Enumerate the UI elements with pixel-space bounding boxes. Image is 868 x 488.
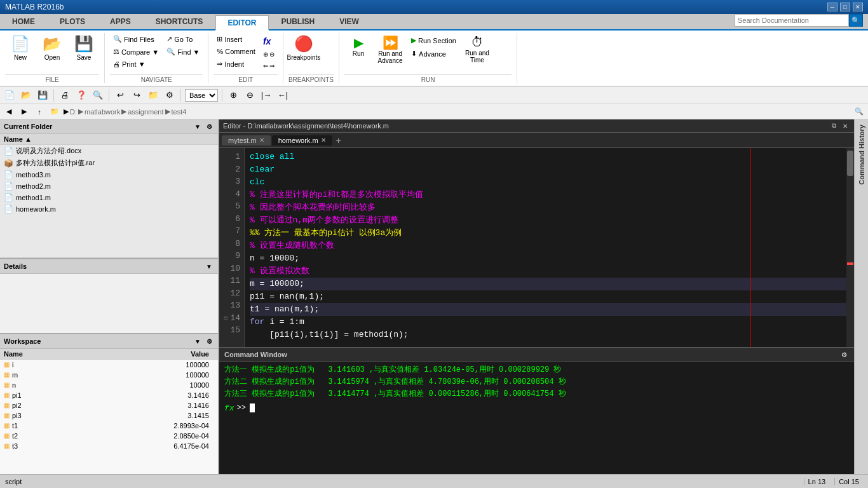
compare-button[interactable]: ⚖ Compare ▼ bbox=[110, 46, 162, 58]
toolbar-more-btn3[interactable]: |→ bbox=[259, 88, 273, 102]
run-and-time-button[interactable]: ⏱ Run andTime bbox=[463, 33, 491, 72]
ws-item-t1[interactable]: ▦ t1 2.8993e-04 bbox=[0, 421, 218, 431]
base-dropdown[interactable]: Base bbox=[185, 89, 218, 102]
find-dropdown-icon[interactable]: ▼ bbox=[193, 48, 200, 56]
ws-item-i[interactable]: ▦ i 100000 bbox=[0, 360, 218, 370]
advance-button[interactable]: ⬇ Advance bbox=[408, 48, 459, 60]
ws-item-n[interactable]: ▦ n 10000 bbox=[0, 380, 218, 390]
goto-button[interactable]: ↗ Go To bbox=[163, 33, 203, 45]
new-button[interactable]: 📄 New bbox=[5, 33, 36, 72]
close-btn[interactable]: ✕ bbox=[853, 3, 863, 11]
folder-item-method1[interactable]: 📄 method1.m bbox=[0, 192, 218, 203]
ws-item-t3[interactable]: ▦ t3 6.4175e-04 bbox=[0, 441, 218, 451]
tab-homework-close[interactable]: ✕ bbox=[321, 137, 326, 144]
run-and-advance-button[interactable]: ⏩ Run andAdvance bbox=[376, 33, 404, 72]
nav-path-separator: ▶ bbox=[64, 107, 69, 116]
toolbar-open-btn[interactable]: 📂 bbox=[19, 88, 33, 102]
maximize-btn[interactable]: □ bbox=[840, 3, 850, 11]
command-settings-btn[interactable]: ⚙ bbox=[839, 349, 849, 360]
nav-back-btn[interactable]: ◀ bbox=[3, 105, 15, 118]
tab-plots[interactable]: PLOTS bbox=[48, 14, 97, 29]
search-input[interactable] bbox=[735, 14, 849, 27]
editor-vscroll-thumb[interactable] bbox=[847, 151, 853, 176]
toolbar-new-btn[interactable]: 📄 bbox=[3, 88, 17, 102]
toolbar-print-btn[interactable]: 🖨 bbox=[58, 88, 72, 102]
ws-item-pi1[interactable]: ▦ pi1 3.1416 bbox=[0, 390, 218, 400]
toolbar-save-btn[interactable]: 💾 bbox=[36, 88, 50, 102]
print-dropdown-icon[interactable]: ▼ bbox=[139, 60, 146, 68]
print-button[interactable]: 🖨 Print ▼ bbox=[110, 58, 162, 70]
tab-mytest-close[interactable]: ✕ bbox=[259, 137, 264, 144]
rar-icon: 📦 bbox=[4, 159, 13, 168]
command-cursor[interactable] bbox=[250, 403, 255, 412]
nav-assignment[interactable]: assignment bbox=[128, 108, 163, 116]
tab-publish[interactable]: PUBLISH bbox=[269, 14, 327, 29]
tab-add-btn[interactable]: + bbox=[334, 135, 344, 146]
window-controls[interactable]: ─ □ ✕ bbox=[827, 3, 863, 11]
folder-panel-min-btn[interactable]: ▼ bbox=[193, 121, 203, 132]
toolbar-sep1 bbox=[53, 89, 54, 102]
tab-shortcuts[interactable]: SHORTCUTS bbox=[144, 14, 215, 29]
folder-item-method3[interactable]: 📄 method3.m bbox=[0, 169, 218, 180]
nav-up-btn[interactable]: ↑ bbox=[33, 105, 46, 118]
tab-apps[interactable]: APPS bbox=[98, 14, 143, 29]
open-button[interactable]: 📂 Open bbox=[37, 33, 67, 72]
tab-view[interactable]: VIEW bbox=[327, 14, 371, 29]
command-body[interactable]: 方法一 模拟生成的pi值为 3.141603 ,与真实值相差 1.03424e-… bbox=[219, 362, 854, 474]
toolbar-redo-btn[interactable]: ↪ bbox=[130, 88, 144, 102]
run-section-button[interactable]: ▶ Run Section bbox=[408, 34, 459, 46]
toolbar-settings-btn[interactable]: ⚙ bbox=[163, 88, 177, 102]
editor-close-btn[interactable]: ✕ bbox=[840, 121, 850, 131]
compare-dropdown-icon[interactable]: ▼ bbox=[152, 48, 159, 56]
indent-buttons[interactable]: ⇐⇒ bbox=[260, 60, 278, 71]
toolbar-more-btn4[interactable]: ←| bbox=[276, 88, 290, 102]
folder-item-docx[interactable]: 📄 说明及方法介绍.docx bbox=[0, 145, 218, 157]
nav-forward-btn[interactable]: ▶ bbox=[18, 105, 31, 118]
editor-tab-mytest[interactable]: mytest.m ✕ bbox=[222, 135, 271, 146]
code-area[interactable]: close all clear clc % 注意这里计算的pi和t都是多次模拟取… bbox=[245, 148, 854, 347]
indent-button[interactable]: ⇒ Indent bbox=[214, 58, 258, 70]
nav-matlabwork[interactable]: matlabwork bbox=[85, 108, 120, 116]
comment-button[interactable]: % Comment bbox=[214, 46, 258, 57]
toolbar-zoom-btn[interactable]: 🔍 bbox=[91, 88, 105, 102]
toolbar-help-btn[interactable]: ❓ bbox=[74, 88, 88, 102]
nav-test4[interactable]: test4 bbox=[172, 108, 187, 116]
toolbar-undo-btn[interactable]: ↩ bbox=[113, 88, 127, 102]
tab-home[interactable]: HOME bbox=[0, 14, 47, 29]
minimize-btn[interactable]: ─ bbox=[827, 3, 837, 11]
ws-item-pi2[interactable]: ▦ pi2 3.1416 bbox=[0, 400, 218, 410]
toolbar-more-btn2[interactable]: ⊖ bbox=[243, 88, 257, 102]
details-min-btn[interactable]: ▼ bbox=[204, 261, 214, 271]
folder-item-homework[interactable]: 📄 homework.m bbox=[0, 203, 218, 215]
run-button[interactable]: ▶ Run bbox=[344, 33, 372, 72]
toolbar-folder-btn[interactable]: 📁 bbox=[146, 88, 160, 102]
ribbon-navigate-section: 🔍 Find Files ⚖ Compare ▼ 🖨 Print ▼ ↗ Go bbox=[105, 33, 208, 83]
insert-button[interactable]: ⊞ Insert bbox=[214, 33, 258, 45]
workspace-settings-btn[interactable]: ⚙ bbox=[204, 336, 214, 346]
find-files-button[interactable]: 🔍 Find Files bbox=[110, 33, 162, 45]
nav-folder-btn[interactable]: 📁 bbox=[48, 105, 61, 118]
ws-item-t2[interactable]: ▦ t2 2.0850e-04 bbox=[0, 431, 218, 441]
workspace-min-btn[interactable]: ▼ bbox=[193, 336, 203, 346]
command-history-label[interactable]: Command History bbox=[855, 119, 868, 190]
editor-vscroll[interactable] bbox=[846, 148, 854, 347]
folder-panel-settings-btn[interactable]: ⚙ bbox=[204, 121, 214, 132]
search-button[interactable]: 🔍 bbox=[849, 14, 863, 27]
nav-drive[interactable]: D: bbox=[70, 108, 77, 116]
find-button[interactable]: 🔍 Find ▼ bbox=[163, 46, 203, 58]
editor-tab-homework[interactable]: homework.m ✕ bbox=[272, 135, 332, 146]
nav-search-path-btn[interactable]: 🔍 bbox=[853, 105, 865, 118]
editor-undock-btn[interactable]: ⧉ bbox=[829, 121, 839, 131]
toolbar-more-btn1[interactable]: ⊕ bbox=[226, 88, 240, 102]
method2-icon: 📄 bbox=[4, 182, 13, 191]
folder-item-method2[interactable]: 📄 method2.m bbox=[0, 180, 218, 192]
ws-item-m[interactable]: ▦ m 100000 bbox=[0, 370, 218, 380]
save-button[interactable]: 💾 Save bbox=[69, 33, 99, 72]
file-section-label: FILE bbox=[5, 74, 99, 83]
folder-item-rar[interactable]: 📦 多种方法模拟估计pi值.rar bbox=[0, 157, 218, 169]
breakpoints-button[interactable]: 🔴 Breakpoints bbox=[288, 33, 319, 72]
ws-item-pi3[interactable]: ▦ pi3 3.1415 bbox=[0, 410, 218, 421]
format-buttons[interactable]: ⊕⊖ bbox=[260, 49, 278, 60]
fx-button[interactable]: fx bbox=[260, 34, 278, 48]
tab-editor[interactable]: EDITOR bbox=[215, 15, 268, 30]
